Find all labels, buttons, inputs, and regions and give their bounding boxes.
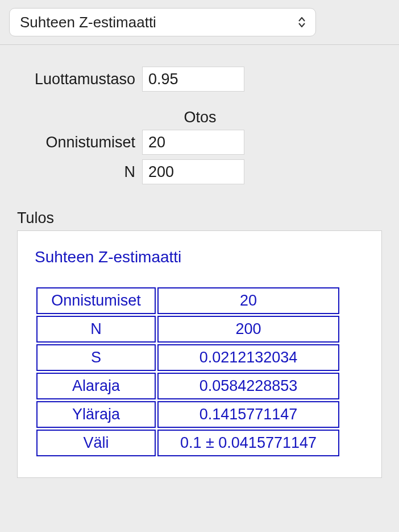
result-row-label: N <box>36 316 156 343</box>
result-row-label: Onnistumiset <box>36 287 156 314</box>
table-row: Onnistumiset 20 <box>36 287 339 314</box>
table-row: Alaraja 0.0584228853 <box>36 373 339 399</box>
table-row: S 0.0212132034 <box>36 344 339 371</box>
method-dropdown[interactable]: Suhteen Z-estimaatti <box>9 8 316 36</box>
n-input[interactable] <box>142 159 244 184</box>
successes-row: Onnistumiset <box>17 130 382 155</box>
result-row-label: Yläraja <box>36 401 156 428</box>
n-row: N <box>17 159 382 184</box>
chevron-updown-icon <box>298 17 305 27</box>
method-dropdown-label: Suhteen Z-estimaatti <box>20 14 156 31</box>
n-label: N <box>17 163 142 181</box>
result-panel: Suhteen Z-estimaatti Onnistumiset 20 N 2… <box>17 230 382 478</box>
successes-input[interactable] <box>142 130 244 155</box>
sample-header-row: Otos <box>17 109 382 130</box>
result-row-label: Väli <box>36 430 156 456</box>
result-row-value: 0.1415771147 <box>157 401 339 428</box>
confidence-input[interactable] <box>142 67 244 92</box>
table-row: N 200 <box>36 316 339 343</box>
result-table: Onnistumiset 20 N 200 S 0.0212132034 Ala… <box>35 286 341 458</box>
result-row-value: 0.0584228853 <box>157 373 339 399</box>
result-row-value: 200 <box>157 316 339 343</box>
table-row: Väli 0.1 ± 0.0415771147 <box>36 430 339 456</box>
result-row-value: 0.0212132034 <box>157 344 339 371</box>
result-section-label: Tulos <box>17 209 382 227</box>
confidence-label: Luottamustaso <box>17 71 142 88</box>
toolbar: Suhteen Z-estimaatti <box>0 0 399 45</box>
result-row-label: S <box>36 344 156 371</box>
table-row: Yläraja 0.1415771147 <box>36 401 339 428</box>
result-row-value: 20 <box>157 287 339 314</box>
result-title: Suhteen Z-estimaatti <box>35 248 364 266</box>
confidence-row: Luottamustaso <box>17 67 382 92</box>
content-area: Luottamustaso Otos Onnistumiset N Tulos … <box>0 45 399 478</box>
sample-header: Otos <box>149 109 251 126</box>
result-row-value: 0.1 ± 0.0415771147 <box>157 430 339 456</box>
successes-label: Onnistumiset <box>17 134 142 151</box>
result-row-label: Alaraja <box>36 373 156 399</box>
